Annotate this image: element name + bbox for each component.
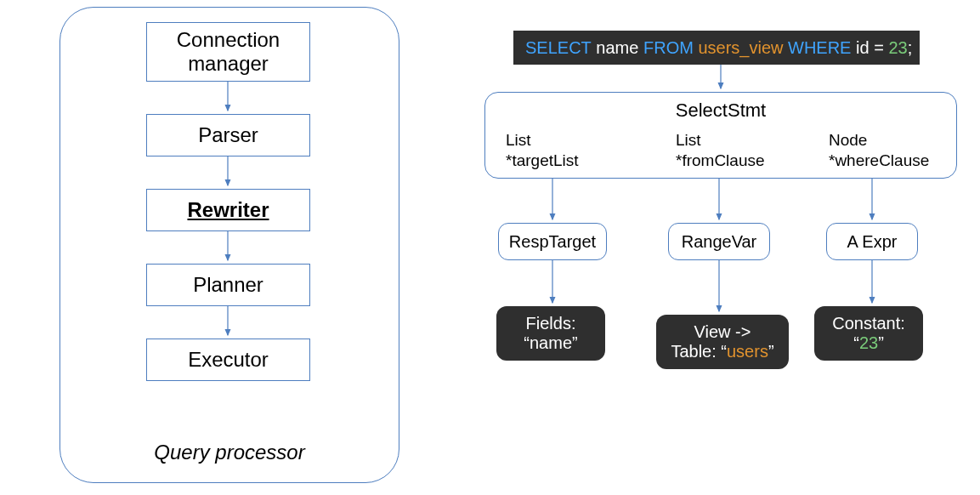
- select-stmt-title: SelectStmt: [485, 100, 956, 122]
- box-connection-manager: Connection manager: [146, 22, 310, 82]
- text: “23”: [853, 333, 884, 353]
- kw-select: SELECT: [525, 38, 592, 58]
- leaf-constant: Constant: “23”: [814, 306, 923, 361]
- sql-id-eq: id =: [851, 38, 888, 58]
- query-processor-label: Query processor: [127, 441, 331, 464]
- leaf-view-table: View -> Table: “users”: [656, 315, 789, 369]
- node-aexpr: A Expr: [826, 223, 918, 260]
- text: Executor: [188, 348, 269, 372]
- text: Connection: [177, 28, 280, 52]
- select-stmt-box: SelectStmt List *targetList List *fromCl…: [484, 92, 957, 179]
- sql-statement: SELECT name FROM users_view WHERE id = 2…: [513, 31, 920, 65]
- text: Parser: [198, 123, 258, 147]
- sql-name: name: [592, 38, 643, 58]
- text: Fields:: [526, 314, 576, 333]
- kw-where: WHERE: [788, 38, 851, 58]
- text: RespTarget: [509, 232, 596, 252]
- sql-semi: ;: [908, 38, 913, 58]
- text: Rewriter: [187, 198, 269, 222]
- col-fromclause: List *fromClause: [676, 130, 765, 171]
- kw-from: FROM: [643, 38, 694, 58]
- col-whereclause: Node *whereClause: [829, 130, 929, 171]
- text: Planner: [193, 273, 263, 297]
- text: *fromClause: [676, 151, 765, 171]
- sql-num: 23: [888, 38, 907, 58]
- box-parser: Parser: [146, 114, 310, 156]
- text: Constant:: [832, 314, 905, 333]
- text: *whereClause: [829, 151, 929, 171]
- text: Node: [829, 130, 929, 151]
- text: “name”: [524, 333, 577, 353]
- leaf-fields: Fields: “name”: [496, 306, 605, 361]
- node-resptarget: RespTarget: [498, 223, 607, 260]
- text: RangeVar: [682, 232, 757, 252]
- text: Table: “users”: [671, 342, 773, 361]
- box-rewriter: Rewriter: [146, 189, 310, 231]
- text: A Expr: [847, 232, 898, 252]
- box-planner: Planner: [146, 264, 310, 306]
- text: View ->: [694, 322, 751, 342]
- text: List: [506, 130, 579, 151]
- col-targetlist: List *targetList: [506, 130, 579, 171]
- text: manager: [188, 52, 269, 76]
- text: List: [676, 130, 765, 151]
- node-rangevar: RangeVar: [668, 223, 770, 260]
- diagram-stage: Connection manager Parser Rewriter Plann…: [0, 0, 980, 495]
- sql-users-view: users_view: [694, 38, 788, 58]
- box-executor: Executor: [146, 339, 310, 381]
- text: *targetList: [506, 151, 579, 171]
